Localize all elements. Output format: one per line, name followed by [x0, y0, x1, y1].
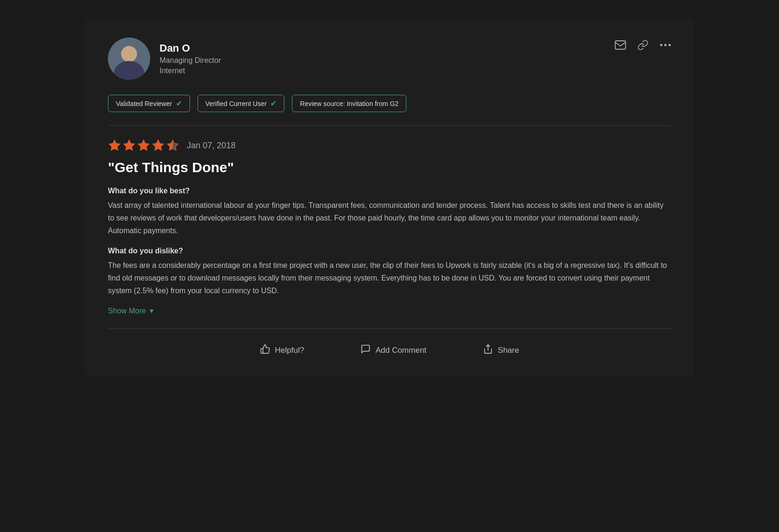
svg-marker-5 [123, 140, 134, 150]
star-1-icon [108, 139, 121, 152]
share-label: Share [498, 346, 519, 355]
likes-answer: Vast array of talented international lab… [108, 199, 671, 237]
review-date: Jan 07, 2018 [187, 141, 236, 151]
header-divider [108, 125, 671, 126]
star-rating [108, 139, 179, 152]
thumbs-up-icon [260, 344, 270, 357]
dislikes-section: What do you dislike? The fees are a cons… [108, 247, 671, 297]
user-details: Dan O Managing Director Internet [160, 42, 221, 75]
user-info: Dan O Managing Director Internet [108, 38, 221, 80]
comment-icon [360, 344, 371, 357]
star-2-icon [122, 139, 136, 152]
bottom-actions: Helpful? Add Comment Share [108, 329, 671, 375]
link-icon[interactable] [637, 39, 649, 51]
svg-rect-0 [615, 41, 626, 49]
star-4-icon [152, 139, 165, 152]
add-comment-label: Add Comment [375, 346, 427, 355]
verified-user-label: Verified Current User [206, 100, 267, 107]
svg-point-3 [669, 44, 671, 46]
svg-marker-7 [153, 140, 163, 150]
badges-group: Validated Reviewer ✔ Verified Current Us… [108, 95, 671, 112]
show-more-chevron-icon: ▾ [150, 306, 153, 315]
review-rating-header: Jan 07, 2018 [108, 139, 671, 152]
dislikes-answer: The fees are a considerably percentage o… [108, 259, 671, 297]
verified-user-badge: Verified Current User ✔ [198, 95, 285, 112]
helpful-label: Helpful? [275, 346, 304, 355]
more-icon[interactable] [660, 44, 671, 46]
star-3-icon [137, 139, 150, 152]
svg-point-2 [664, 44, 667, 46]
svg-point-1 [660, 44, 663, 46]
helpful-button[interactable]: Helpful? [232, 338, 332, 362]
review-header: Dan O Managing Director Internet [108, 38, 671, 80]
validated-reviewer-label: Validated Reviewer [116, 100, 172, 107]
validated-reviewer-badge: Validated Reviewer ✔ [108, 95, 190, 112]
validated-check-icon: ✔ [176, 99, 182, 108]
show-more-label: Show More [108, 307, 146, 315]
svg-marker-4 [109, 140, 120, 150]
share-icon [483, 344, 493, 357]
add-comment-button[interactable]: Add Comment [332, 338, 455, 362]
avatar [108, 38, 150, 80]
user-company: Internet [160, 67, 221, 75]
share-button[interactable]: Share [455, 338, 547, 362]
mail-icon[interactable] [615, 40, 626, 50]
user-title: Managing Director [160, 56, 221, 65]
dislikes-question: What do you dislike? [108, 247, 671, 255]
star-half-icon [166, 139, 179, 152]
review-card: Dan O Managing Director Internet [84, 19, 695, 375]
review-source-badge: Review source: Invitation from G2 [292, 95, 406, 112]
svg-marker-8 [167, 140, 178, 150]
show-more-button[interactable]: Show More ▾ [108, 306, 671, 315]
verified-check-icon: ✔ [270, 99, 276, 108]
action-icons-group [615, 39, 671, 51]
likes-question: What do you like best? [108, 187, 671, 195]
svg-marker-6 [138, 140, 149, 150]
review-source-label: Review source: Invitation from G2 [300, 100, 398, 107]
review-title: "Get Things Done" [108, 160, 671, 175]
user-name: Dan O [160, 42, 221, 54]
likes-section: What do you like best? Vast array of tal… [108, 187, 671, 237]
